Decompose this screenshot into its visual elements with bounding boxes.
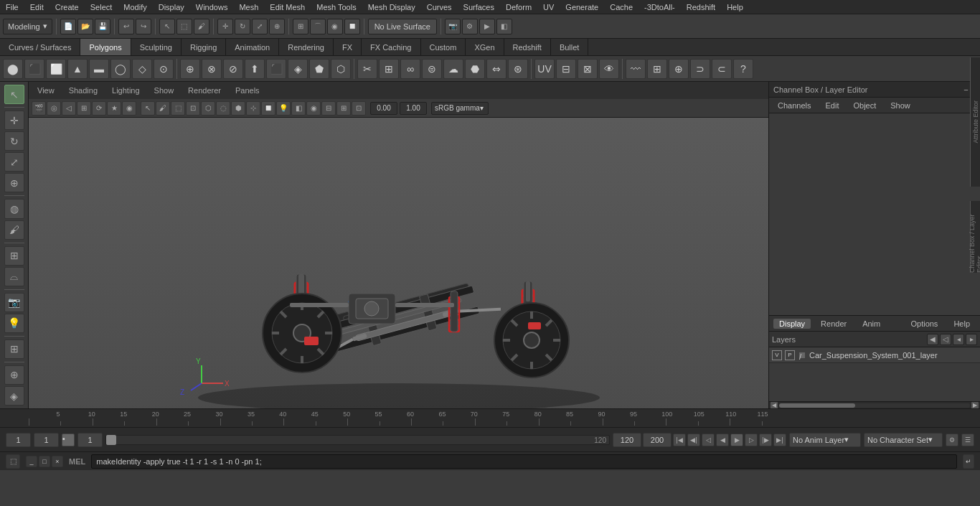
shelf-subdiv-icon[interactable]: ⬣: [465, 59, 485, 79]
snap-view-btn[interactable]: 🔲: [344, 19, 360, 34]
vp-menu-panels[interactable]: Panels: [232, 85, 263, 96]
layer-add-btn[interactable]: ◀: [927, 334, 938, 345]
status-mode-btn[interactable]: ☰: [961, 434, 974, 446]
vp-isolate-btn[interactable]: ◉: [122, 101, 136, 116]
shelf-extrude-icon[interactable]: ⬆: [245, 59, 265, 79]
tab-xgen[interactable]: XGen: [466, 39, 504, 55]
play-back-btn[interactable]: ◀: [716, 434, 729, 446]
step-fwd-btn[interactable]: |▶: [759, 434, 772, 446]
menu-edit[interactable]: Edit: [24, 1, 50, 13]
layer-scroll-thumb[interactable]: [779, 403, 855, 408]
menu-file[interactable]: File: [0, 1, 24, 13]
shelf-multicut-icon[interactable]: ✂: [357, 59, 377, 79]
vp-grid-btn[interactable]: ⊞: [336, 101, 351, 116]
vp-points-btn[interactable]: ⊹: [246, 101, 260, 116]
le-help[interactable]: Help: [948, 319, 976, 329]
redo-btn[interactable]: ↪: [136, 19, 151, 34]
tab-animation[interactable]: Animation: [226, 39, 279, 55]
show-manip-btn[interactable]: ⊞: [4, 246, 24, 266]
vp-menu-shading[interactable]: Shading: [66, 85, 100, 96]
shelf-smooth-icon[interactable]: ☁: [443, 59, 463, 79]
mode-dropdown[interactable]: Modeling ▾: [3, 19, 52, 34]
vp-textures-btn[interactable]: 🔲: [261, 101, 275, 116]
menu-redshift[interactable]: Redshift: [681, 1, 721, 13]
shelf-pipe-icon[interactable]: ⊙: [154, 59, 174, 79]
universal-tool-btn[interactable]: ⊕: [269, 19, 285, 34]
menu-curves[interactable]: Curves: [421, 1, 458, 13]
menu-help[interactable]: Help: [721, 1, 749, 13]
menu-edit-mesh[interactable]: Edit Mesh: [264, 1, 311, 13]
char-set-dropdown[interactable]: No Character Set ▾: [864, 433, 943, 447]
anim-layer-dropdown[interactable]: No Anim Layer ▾: [789, 433, 861, 447]
render-region-btn[interactable]: ◧: [496, 19, 512, 34]
shelf-shrink-icon[interactable]: ⊂: [712, 59, 732, 79]
sculpt-btn[interactable]: 🖌: [4, 220, 24, 240]
shelf-wrap-icon[interactable]: ⊃: [690, 59, 710, 79]
render-settings-btn[interactable]: ⚙: [462, 19, 478, 34]
command-input[interactable]: [91, 454, 957, 469]
shelf-combine-icon[interactable]: ⊕: [180, 59, 200, 79]
frame-slider-thumb-icon[interactable]: ▪: [62, 434, 75, 446]
shelf-loop-icon[interactable]: ∞: [400, 59, 420, 79]
prev-key-btn[interactable]: ◁: [702, 434, 715, 446]
rotate-tool-btn[interactable]: ↻: [235, 19, 250, 34]
undo-btn[interactable]: ↩: [118, 19, 134, 34]
menu-uv[interactable]: UV: [537, 1, 560, 13]
layer-down-btn[interactable]: ▸: [966, 334, 977, 345]
layer-remove-btn[interactable]: ◁: [940, 334, 951, 345]
shelf-cone-icon[interactable]: ▲: [67, 59, 88, 79]
channel-box-side-tab[interactable]: Channel Box / Layer Editor: [970, 201, 980, 273]
vp-lasso-btn[interactable]: ⬚: [171, 101, 185, 116]
status-settings-btn[interactable]: ⚙: [946, 434, 958, 446]
new-scene-btn[interactable]: 📄: [60, 19, 76, 34]
vp-menu-lighting[interactable]: Lighting: [109, 85, 143, 96]
tab-rigging[interactable]: Rigging: [182, 39, 226, 55]
cb-tab-object[interactable]: Object: [847, 100, 882, 111]
shelf-sphere-icon[interactable]: ⬤: [3, 59, 23, 79]
current-frame-input-2[interactable]: [34, 433, 59, 447]
shelf-ring-icon[interactable]: ⊜: [422, 59, 442, 79]
cb-tab-edit[interactable]: Edit: [819, 100, 844, 111]
viewport-scale-input[interactable]: [400, 102, 427, 115]
menu-mesh-tools[interactable]: Mesh Tools: [311, 1, 362, 13]
menu-mesh-display[interactable]: Mesh Display: [362, 1, 421, 13]
soft-select-btn[interactable]: ◍: [4, 199, 24, 218]
tab-redshift[interactable]: Redshift: [504, 39, 551, 55]
menu-deform[interactable]: Deform: [500, 1, 537, 13]
layer-vis-toggle[interactable]: V: [772, 350, 782, 360]
minimize-btn[interactable]: _: [26, 456, 37, 467]
shelf-bool-icon[interactable]: ⊛: [508, 59, 528, 79]
vp-menu-show[interactable]: Show: [151, 85, 177, 96]
shelf-ques-icon[interactable]: ?: [733, 59, 753, 79]
layer-scroll-left[interactable]: ◀: [771, 402, 778, 409]
menu-select[interactable]: Select: [85, 1, 118, 13]
scale-mode-btn[interactable]: ⤢: [4, 152, 24, 172]
select-mode-btn[interactable]: ↖: [4, 85, 24, 104]
vp-cam-gate-btn[interactable]: ⊡: [352, 101, 366, 116]
vp-prev-camera-btn[interactable]: ◁: [62, 101, 76, 116]
move-tool-btn[interactable]: ✛: [217, 19, 233, 34]
vp-sync-btn[interactable]: ⟳: [92, 101, 106, 116]
lasso-tool-btn[interactable]: ⬚: [176, 19, 192, 34]
shelf-torus-icon[interactable]: ◯: [110, 59, 131, 79]
shelf-fill-icon[interactable]: ⬡: [331, 59, 351, 79]
snap-grid-btn[interactable]: ⊞: [293, 19, 308, 34]
current-frame-input-1[interactable]: [6, 433, 31, 447]
nav-btn[interactable]: ⊕: [4, 365, 24, 385]
shelf-bridge-icon[interactable]: ⬛: [266, 59, 286, 79]
range-end-input[interactable]: [613, 433, 641, 447]
vp-bb-btn[interactable]: ⬢: [231, 101, 245, 116]
channel-box-collapse-btn[interactable]: −: [963, 85, 968, 94]
shelf-cube-icon[interactable]: ⬛: [24, 59, 44, 79]
timeline-area[interactable]: 5101520253035404550556065707580859095100…: [0, 409, 980, 427]
le-tab-display[interactable]: Display: [773, 319, 811, 329]
vp-look-through-btn[interactable]: ◎: [47, 101, 61, 116]
menu-surfaces[interactable]: Surfaces: [458, 1, 500, 13]
frame-slider-handle[interactable]: [106, 435, 116, 445]
tab-rendering[interactable]: Rendering: [279, 39, 334, 55]
play-fwd-btn[interactable]: ▶: [730, 434, 743, 446]
shelf-deform-icon[interactable]: 〰: [626, 59, 646, 79]
tab-curves-surfaces[interactable]: Curves / Surfaces: [0, 39, 80, 55]
snap-btn[interactable]: ⌓: [4, 267, 24, 286]
camera-btn[interactable]: 📷: [4, 293, 24, 312]
